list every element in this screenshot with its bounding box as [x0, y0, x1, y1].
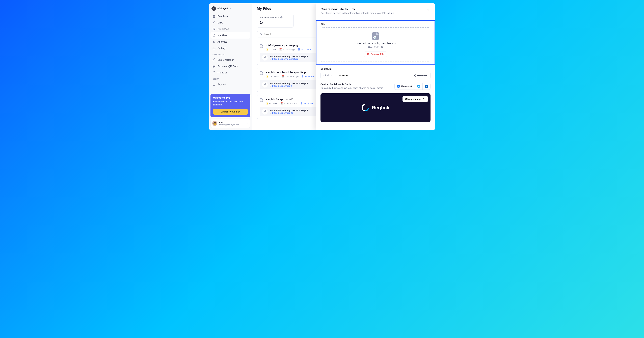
- upload-icon: [422, 98, 425, 100]
- sidebar: A Afef Ayed ▼ Dashboard Links QR Codes: [209, 3, 252, 130]
- slug-input[interactable]: [335, 72, 410, 79]
- svg-point-6: [214, 48, 214, 48]
- help-icon: [212, 83, 216, 86]
- reply-arrow-icon: ↳: [270, 85, 272, 87]
- tab-linkedin[interactable]: in: [422, 83, 430, 90]
- file-icon: [260, 71, 263, 75]
- svg-rect-9: [213, 66, 214, 68]
- panel-subtitle: Get started by filling in the informatio…: [320, 12, 394, 14]
- sidebar-item-qrcodes[interactable]: QR Codes: [210, 26, 250, 32]
- social-section-title: Custom Social Media Cards: [320, 83, 383, 86]
- file-icon: [212, 34, 216, 37]
- facebook-icon: f: [397, 85, 400, 88]
- file-url-link[interactable]: https://rqk.sh/sports: [272, 112, 293, 114]
- social-tabs: f Facebook in: [394, 83, 430, 90]
- svg-rect-5: [215, 42, 215, 43]
- sidebar-item-label: Support: [218, 83, 226, 86]
- other-heading: OTHER: [210, 76, 250, 81]
- user-footer-name: Afef: [219, 121, 246, 124]
- date-stat: 📅3 months ago: [280, 102, 297, 105]
- generate-button[interactable]: Generate: [410, 72, 430, 79]
- shortlink-field-label: Short Link: [320, 68, 430, 70]
- upgrade-card: Upgrade to Pro Enjoy unlimited links, QR…: [210, 94, 250, 117]
- sparkle-icon: ✨: [266, 48, 268, 51]
- workspace-switcher[interactable]: A Afef Ayed ▼: [210, 6, 250, 13]
- link-icon: [262, 82, 268, 88]
- file-url-link[interactable]: https://rqk.sh/sport: [272, 85, 292, 87]
- calendar-icon: 📅: [282, 75, 284, 78]
- paperclip-icon: 📎: [373, 36, 376, 39]
- upgrade-title: Upgrade to Pro: [213, 96, 248, 99]
- clicks-stat: ✨12 Clicks: [266, 75, 278, 78]
- sidebar-item-links[interactable]: Links: [210, 20, 250, 26]
- close-button[interactable]: ✕: [426, 8, 430, 13]
- chart-icon: [212, 40, 216, 43]
- tab-facebook[interactable]: f Facebook: [394, 83, 415, 90]
- calendar-icon: 📅: [280, 102, 283, 105]
- preview-logo: Reqlick: [362, 104, 390, 111]
- svg-rect-3: [213, 42, 214, 43]
- database-icon: 🗄: [298, 48, 300, 51]
- close-icon: ✕: [427, 8, 430, 12]
- shortcuts-heading: SHORTCUTS: [210, 51, 250, 57]
- stat-card-total-files: Total Files uploaded i 5: [257, 14, 294, 28]
- svg-rect-1: [214, 28, 215, 29]
- file-icon: 📎: [372, 32, 379, 40]
- sidebar-item-analytics[interactable]: Analytics: [210, 38, 250, 45]
- sidebar-item-label: Analytics: [218, 40, 227, 43]
- gear-icon: [212, 46, 216, 50]
- file-dropzone[interactable]: 📎 Timecloud_Job_Costing_Template.xlsx Si…: [321, 27, 430, 62]
- search-icon: [259, 33, 262, 36]
- stat-value: 5: [260, 20, 290, 25]
- change-image-button[interactable]: Change Image: [402, 96, 428, 102]
- qr-icon: [212, 28, 216, 30]
- reply-arrow-icon: ↳: [270, 58, 272, 60]
- uploaded-size: Size: 33.99 KB: [326, 46, 425, 48]
- sidebar-item-settings[interactable]: Settings: [210, 45, 250, 51]
- sidebar-item-support[interactable]: Support: [210, 81, 250, 88]
- shortcut-generate-qr[interactable]: Generate QR Code: [210, 63, 250, 70]
- file-icon: [212, 71, 216, 74]
- sidebar-item-dashboard[interactable]: Dashboard: [210, 13, 250, 20]
- svg-rect-2: [213, 29, 214, 30]
- database-icon: 🗄: [300, 102, 302, 105]
- chevron-down-icon: ▼: [229, 8, 231, 10]
- clicks-stat: ✨1 Click: [266, 48, 276, 51]
- shortcut-file-to-link[interactable]: File to Link: [210, 70, 250, 76]
- upgrade-button[interactable]: Upgrade your plan: [213, 109, 248, 115]
- user-footer[interactable]: 👩 Afef contact@afef-ayed.com ▲▼: [210, 119, 250, 128]
- uploaded-filename: Timecloud_Job_Costing_Template.xlsx: [326, 42, 425, 45]
- user-avatar: A: [212, 6, 216, 11]
- sidebar-item-label: Dashboard: [218, 15, 230, 18]
- sidebar-item-myfiles[interactable]: My Files: [210, 32, 250, 38]
- qr-icon: [212, 65, 216, 68]
- reply-arrow-icon: ↳: [270, 112, 272, 114]
- svg-rect-4: [214, 41, 214, 43]
- user-footer-avatar: 👩: [212, 121, 217, 126]
- clicks-stat: ✨6 Clicks: [266, 102, 278, 105]
- tab-twitter[interactable]: [415, 83, 422, 90]
- shortcut-url-shortener[interactable]: URL Shortener: [210, 57, 250, 63]
- date-stat: 📅17 days ago: [279, 48, 295, 51]
- logo-text: Reqlick: [372, 105, 390, 110]
- user-sort-icon[interactable]: ▲▼: [247, 122, 248, 124]
- sidebar-item-label: Settings: [218, 47, 226, 50]
- database-icon: 🗄: [302, 75, 304, 78]
- domain-select[interactable]: rqk.sh ▼: [321, 72, 335, 79]
- size-stat: 🗄287.78 KB: [298, 48, 312, 51]
- link-icon: [212, 58, 216, 61]
- file-url-link[interactable]: https://rqk.sh/a-signature: [272, 58, 298, 60]
- user-footer-email: contact@afef-ayed.com: [219, 124, 246, 126]
- date-stat: 📅3 months ago: [282, 75, 298, 78]
- size-stat: 🗄85.19 MB: [300, 102, 313, 105]
- svg-rect-0: [213, 28, 214, 29]
- svg-rect-7: [213, 65, 214, 66]
- user-name: Afef Ayed: [217, 7, 228, 10]
- sidebar-item-label: My Files: [218, 34, 227, 37]
- svg-point-12: [260, 33, 262, 35]
- link-icon: [212, 21, 216, 24]
- remove-file-button[interactable]: ✕ Remove File: [364, 51, 387, 57]
- info-icon[interactable]: i: [280, 16, 283, 19]
- sidebar-item-label: File to Link: [218, 71, 229, 74]
- sidebar-item-label: URL Shortener: [218, 58, 234, 61]
